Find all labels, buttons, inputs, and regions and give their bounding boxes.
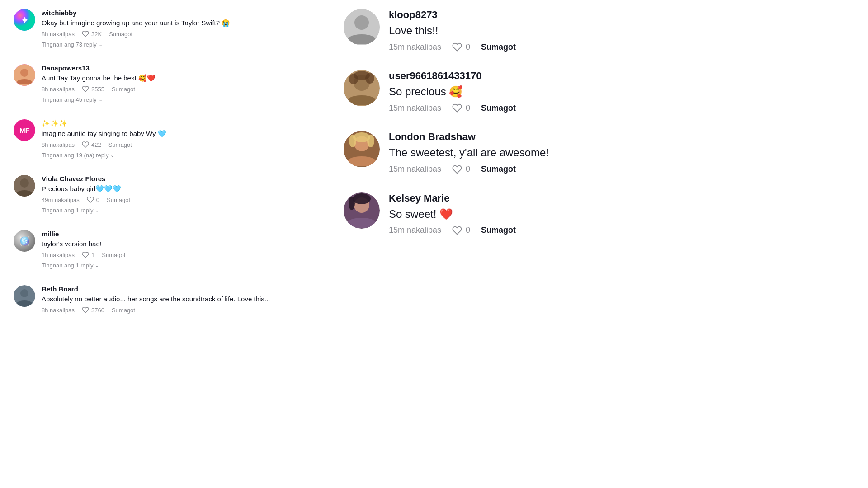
comment-viola: Viola Chavez Flores Precious baby girl🩵🩵… (14, 175, 311, 221)
likes-danapowers[interactable]: 2555 (82, 85, 104, 93)
svg-point-9 (354, 15, 369, 30)
reply-link-millie[interactable]: Tingnan ang 1 reply ⌄ (42, 262, 311, 269)
comment-meta-beth: 8h nakalipas 3760 Sumagot (42, 306, 311, 314)
reply-text-witchiebby: Tingnan ang 73 reply (42, 41, 97, 48)
right-username-london[interactable]: London Bradshaw (389, 131, 850, 143)
right-username-kelsey[interactable]: Kelsey Marie (389, 192, 850, 204)
svg-point-7 (20, 289, 28, 297)
chevron-viola: ⌄ (95, 207, 99, 213)
right-heart-icon-user9661 (452, 103, 462, 113)
right-comment-kelsey: Kelsey Marie So sweet! ❤️ 15m nakalipas … (344, 192, 850, 235)
comment-witchiebby: ✦ witchiebby Okay but imagine growing up… (14, 9, 311, 55)
right-like-count-kloop: 0 (466, 42, 470, 52)
username-viola[interactable]: Viola Chavez Flores (42, 175, 311, 183)
comment-meta-viola: 49m nakalipas 0 Sumagot (42, 196, 311, 203)
svg-point-19 (349, 135, 356, 147)
right-comment-text-london: The sweetest, y'all are awesome! (389, 145, 850, 160)
right-comment-content-user9661: user9661861433170 So precious 🥰 15m naka… (389, 70, 850, 113)
right-comments-panel: kloop8273 Love this!! 15m nakalipas 0 Su… (326, 0, 868, 488)
right-meta-kelsey: 15m nakalipas 0 Sumagot (389, 225, 850, 235)
chevron-witchiebby: ⌄ (99, 42, 103, 47)
sumagot-witchiebby[interactable]: Sumagot (109, 31, 132, 38)
right-like-count-user9661: 0 (466, 103, 470, 113)
heart-icon-viola (87, 196, 94, 203)
avatar-london (344, 131, 380, 167)
sumagot-viola[interactable]: Sumagot (107, 197, 130, 203)
comment-meta-millie: 1h nakalipas 1 Sumagot (42, 251, 311, 258)
like-count-millie: 1 (91, 252, 94, 258)
sumagot-btn-user9661[interactable]: Sumagot (481, 103, 516, 113)
right-username-kloop[interactable]: kloop8273 (389, 9, 850, 21)
sumagot-btn-london[interactable]: Sumagot (481, 164, 516, 174)
sumagot-btn-kloop[interactable]: Sumagot (481, 42, 516, 52)
time-millie: 1h nakalipas (42, 252, 75, 258)
right-likes-kloop[interactable]: 0 (452, 42, 470, 52)
sumagot-beth[interactable]: Sumagot (112, 307, 135, 314)
likes-millie[interactable]: 1 (82, 251, 94, 258)
comment-text-mf: imagine auntie tay singing to baby Wy 🩵 (42, 129, 311, 138)
sumagot-danapowers[interactable]: Sumagot (112, 86, 135, 93)
comment-danapowers: Danapowers13 Aunt Tay Tay gonna be the b… (14, 64, 311, 110)
reply-text-mf: Tingnan ang 19 (na) reply (42, 152, 108, 159)
time-mf: 8h nakalipas (42, 141, 75, 148)
avatar-user9661 (344, 70, 380, 106)
likes-viola[interactable]: 0 (87, 196, 99, 203)
chevron-mf: ⌄ (110, 152, 114, 158)
avatar-witchiebby: ✦ (14, 9, 35, 31)
like-count-witchiebby: 32K (91, 31, 102, 38)
username-mf[interactable]: ✨✨✨ (42, 119, 311, 127)
reply-text-danapowers: Tingnan ang 45 reply (42, 96, 97, 103)
comment-meta-danapowers: 8h nakalipas 2555 Sumagot (42, 85, 311, 93)
avatar-danapowers (14, 64, 35, 86)
username-beth[interactable]: Beth Board (42, 285, 311, 293)
likes-beth[interactable]: 3760 (82, 306, 104, 314)
comment-text-danapowers: Aunt Tay Tay gonna be the best 🥰❤️ (42, 73, 311, 83)
avatar-mf: MF (14, 119, 35, 141)
reply-link-mf[interactable]: Tingnan ang 19 (na) reply ⌄ (42, 152, 311, 159)
comment-text-millie: taylor's version bae! (42, 239, 311, 249)
avatar-mf-label: MF (19, 127, 29, 134)
sumagot-millie[interactable]: Sumagot (102, 252, 125, 258)
comment-content-millie: millie taylor's version bae! 1h nakalipa… (42, 230, 311, 276)
right-likes-london[interactable]: 0 (452, 164, 470, 174)
heart-icon-danapowers (82, 85, 89, 93)
svg-point-5 (20, 178, 29, 188)
likes-witchiebby[interactable]: 32K (82, 30, 102, 38)
heart-icon-millie (82, 251, 89, 258)
username-millie[interactable]: millie (42, 230, 311, 238)
time-viola: 49m nakalipas (42, 197, 80, 203)
comment-text-witchiebby: Okay but imagine growing up and your aun… (42, 18, 311, 28)
right-comment-text-user9661: So precious 🥰 (389, 84, 850, 99)
svg-point-23 (353, 193, 371, 204)
right-heart-icon-london (452, 164, 462, 174)
sumagot-btn-kelsey[interactable]: Sumagot (481, 225, 516, 235)
reply-text-viola: Tingnan ang 1 reply (42, 207, 93, 214)
heart-icon-mf (82, 141, 89, 148)
right-likes-kelsey[interactable]: 0 (452, 225, 470, 235)
reply-link-danapowers[interactable]: Tingnan ang 45 reply ⌄ (42, 96, 311, 103)
heart-icon-beth (82, 306, 89, 314)
right-comment-london: London Bradshaw The sweetest, y'all are … (344, 131, 850, 174)
reply-link-viola[interactable]: Tingnan ang 1 reply ⌄ (42, 207, 311, 214)
right-meta-kloop: 15m nakalipas 0 Sumagot (389, 42, 850, 52)
comment-meta-mf: 8h nakalipas 422 Sumagot (42, 141, 311, 148)
like-count-viola: 0 (96, 197, 99, 203)
avatar-millie: 🪩 (14, 230, 35, 252)
right-time-kloop: 15m nakalipas (389, 42, 441, 52)
sumagot-mf[interactable]: Sumagot (108, 141, 132, 148)
svg-point-14 (354, 71, 370, 80)
right-comment-text-kloop: Love this!! (389, 23, 850, 38)
right-likes-user9661[interactable]: 0 (452, 103, 470, 113)
avatar-beth (14, 285, 35, 307)
avatar-kloop (344, 9, 380, 45)
right-comment-text-kelsey: So sweet! ❤️ (389, 207, 850, 221)
comment-content-witchiebby: witchiebby Okay but imagine growing up a… (42, 9, 311, 55)
avatar-millie-emoji: 🪩 (19, 235, 30, 246)
username-witchiebby[interactable]: witchiebby (42, 9, 311, 17)
likes-mf[interactable]: 422 (82, 141, 101, 148)
username-danapowers[interactable]: Danapowers13 (42, 64, 311, 72)
right-username-user9661[interactable]: user9661861433170 (389, 70, 850, 82)
right-comment-user9661: user9661861433170 So precious 🥰 15m naka… (344, 70, 850, 113)
comment-mf: MF ✨✨✨ imagine auntie tay singing to bab… (14, 119, 311, 166)
reply-link-witchiebby[interactable]: Tingnan ang 73 reply ⌄ (42, 41, 311, 48)
